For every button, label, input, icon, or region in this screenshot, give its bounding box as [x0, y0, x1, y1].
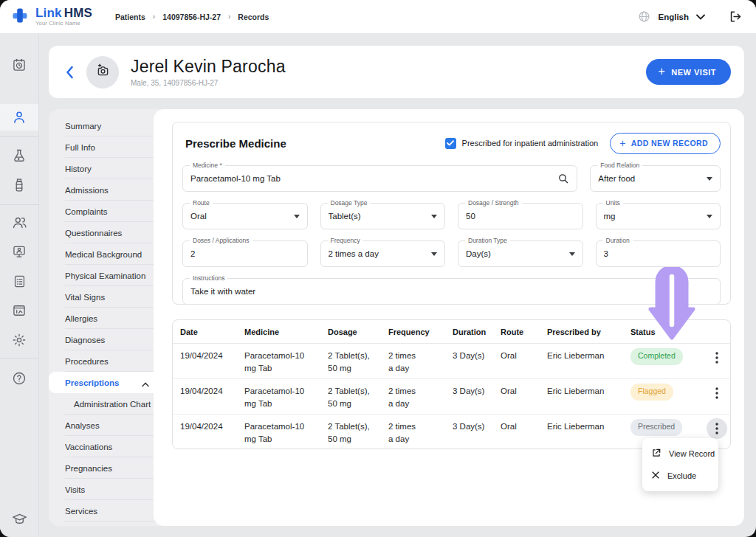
view-record-menu-item[interactable]: View Record: [642, 443, 718, 465]
globe-icon: [638, 10, 650, 23]
chevron-down-icon[interactable]: [696, 14, 705, 20]
status-badge: Completed: [630, 348, 683, 365]
row-actions-kebab-icon[interactable]: [707, 347, 727, 368]
dropdown-caret-icon: [294, 215, 300, 218]
food-relation-select[interactable]: Food Relation After food: [590, 165, 721, 192]
plus-icon: +: [619, 137, 626, 149]
duration-field[interactable]: Duration 3: [596, 240, 721, 267]
breadcrumb-separator: ›: [153, 13, 155, 21]
sidebar-item-analyses[interactable]: Analyses: [49, 415, 158, 436]
sidebar-item-administration-chart[interactable]: Administration Chart: [49, 393, 158, 415]
sidebar-item-full-info[interactable]: Full Info: [49, 136, 158, 158]
logo-word-link: Link: [35, 6, 62, 20]
row-actions-menu: View Record Exclude: [642, 438, 718, 491]
dropdown-caret-icon: [707, 215, 712, 218]
breadcrumb-patient-id[interactable]: 14097856-HJ-27: [162, 13, 221, 21]
sidebar-item-vital-signs[interactable]: Vital Signs: [49, 286, 158, 308]
chevron-up-icon: [142, 380, 149, 389]
close-x-icon: [651, 471, 660, 481]
table-header-row: Date Medicine Dosage Frequency Duration …: [173, 320, 730, 344]
checkbox-checked-icon[interactable]: [445, 138, 456, 149]
dosage-strength-field[interactable]: Dosage / Strength 50: [458, 203, 583, 229]
calendar-schedule-icon[interactable]: [0, 52, 38, 78]
frequency-select[interactable]: Frequency 2 times a day: [320, 240, 446, 267]
external-link-icon: [651, 448, 662, 460]
sidebar-item-complaints[interactable]: Complaints: [49, 201, 158, 222]
logo-tagline: Your Clinic Name: [35, 21, 92, 27]
status-badge: Flagged: [630, 384, 673, 401]
logo-word-hms: HMS: [64, 6, 92, 20]
help-icon[interactable]: [0, 365, 38, 392]
patient-name: Jerel Kevin Parocha: [131, 57, 286, 77]
record-sections-nav: Summary Full Info History Admissions Com…: [49, 115, 158, 522]
camera-add-photo-icon: [95, 63, 111, 81]
monitor-person-icon[interactable]: [0, 238, 38, 265]
sidebar-item-prescriptions[interactable]: Prescriptions: [49, 372, 159, 393]
exclude-menu-item[interactable]: Exclude: [642, 465, 718, 487]
sidebar-item-pregnancies[interactable]: Pregnancies: [49, 457, 158, 479]
prescribe-medicine-form: Prescribe Medicine Prescribed for inpati…: [172, 122, 731, 305]
logout-icon[interactable]: [729, 10, 743, 24]
app-window: LinkHMS Your Clinic Name Patients › 1409…: [0, 0, 756, 537]
medicine-bottle-icon[interactable]: [0, 172, 38, 198]
document-icon[interactable]: [0, 268, 38, 294]
sidebar-item-physical-examination[interactable]: Physical Examination: [49, 265, 158, 286]
route-select[interactable]: Route Oral: [182, 203, 308, 229]
new-visit-button[interactable]: + NEW VISIT: [646, 59, 731, 85]
breadcrumb: Patients › 14097856-HJ-27 › Records: [115, 13, 269, 21]
sidebar-item-procedures[interactable]: Procedures: [49, 350, 158, 372]
icon-sidebar: [0, 33, 39, 537]
patient-header-card: Jerel Kevin Parocha Male, 35, 14097856-H…: [49, 46, 744, 98]
prescriptions-table: Date Medicine Dosage Frequency Duration …: [172, 319, 731, 449]
back-button[interactable]: [65, 66, 75, 79]
sidebar-item-medical-background[interactable]: Medical Background: [49, 243, 158, 265]
row-actions-kebab-icon[interactable]: [707, 383, 727, 403]
duration-type-select[interactable]: Duration Type Day(s): [458, 240, 583, 267]
sidebar-item-history[interactable]: History: [49, 158, 158, 179]
gear-icon[interactable]: [0, 327, 38, 353]
inpatient-checkbox-label: Prescribed for inpatient administration: [462, 139, 599, 148]
sidebar-item-visits[interactable]: Visits: [49, 479, 158, 500]
dosage-type-select[interactable]: Dosage Type Tablet(s): [320, 203, 446, 229]
patient-details: Male, 35, 14097856-HJ-27: [131, 79, 286, 87]
search-icon[interactable]: [557, 173, 569, 184]
graduation-cap-icon[interactable]: [0, 505, 38, 532]
top-header: LinkHMS Your Clinic Name Patients › 1409…: [0, 0, 756, 33]
instructions-field[interactable]: Instructions Take it with water: [182, 278, 721, 305]
sidebar-item-questionnaires[interactable]: Questionnaires: [49, 222, 158, 243]
breadcrumb-separator: ›: [228, 13, 230, 21]
table-row[interactable]: 19/04/2024 Paracetamol-10 mg Tab 2 Table…: [173, 344, 730, 379]
units-select[interactable]: Units mg: [596, 203, 721, 229]
breadcrumb-patients[interactable]: Patients: [115, 13, 145, 21]
sidebar-item-summary[interactable]: Summary: [49, 115, 158, 136]
sidebar-item-diagnoses[interactable]: Diagnoses: [49, 329, 158, 350]
avatar[interactable]: [86, 56, 119, 89]
breadcrumb-records[interactable]: Records: [238, 13, 269, 21]
inpatient-checkbox-row[interactable]: Prescribed for inpatient administration: [445, 138, 599, 149]
sidebar-item-vaccinations[interactable]: Vaccinations: [49, 436, 158, 457]
language-selector[interactable]: English: [658, 13, 689, 21]
doses-applications-field[interactable]: Doses / Applications 2: [182, 240, 308, 267]
row-actions-kebab-icon[interactable]: [707, 418, 727, 439]
lab-flask-icon[interactable]: [0, 142, 38, 169]
dropdown-caret-icon: [431, 252, 437, 256]
whiteboard-icon[interactable]: [0, 297, 38, 324]
medicine-field[interactable]: Medicine * Paracetamol-10 mg Tab: [182, 165, 577, 192]
form-title: Prescribe Medicine: [185, 137, 286, 150]
plus-icon: +: [658, 65, 665, 78]
status-badge: Prescribed: [630, 419, 682, 436]
dropdown-caret-icon: [569, 252, 575, 256]
sidebar-item-allergies[interactable]: Allergies: [49, 308, 158, 329]
table-row[interactable]: 19/04/2024 Paracetamol-10 mg Tab 2 Table…: [173, 379, 730, 415]
dropdown-caret-icon: [431, 215, 437, 218]
sidebar-item-admissions[interactable]: Admissions: [49, 179, 158, 201]
app-logo[interactable]: LinkHMS Your Clinic Name: [10, 6, 106, 28]
patient-person-icon[interactable]: [0, 104, 38, 131]
add-new-record-button[interactable]: + ADD NEW RECORD: [610, 133, 721, 154]
content-area: Summary Full Info History Admissions Com…: [49, 109, 744, 526]
dropdown-caret-icon: [707, 177, 712, 181]
sidebar-item-services[interactable]: Services: [49, 500, 158, 522]
users-group-icon[interactable]: [0, 209, 38, 235]
cross-logo-icon: [10, 6, 30, 28]
